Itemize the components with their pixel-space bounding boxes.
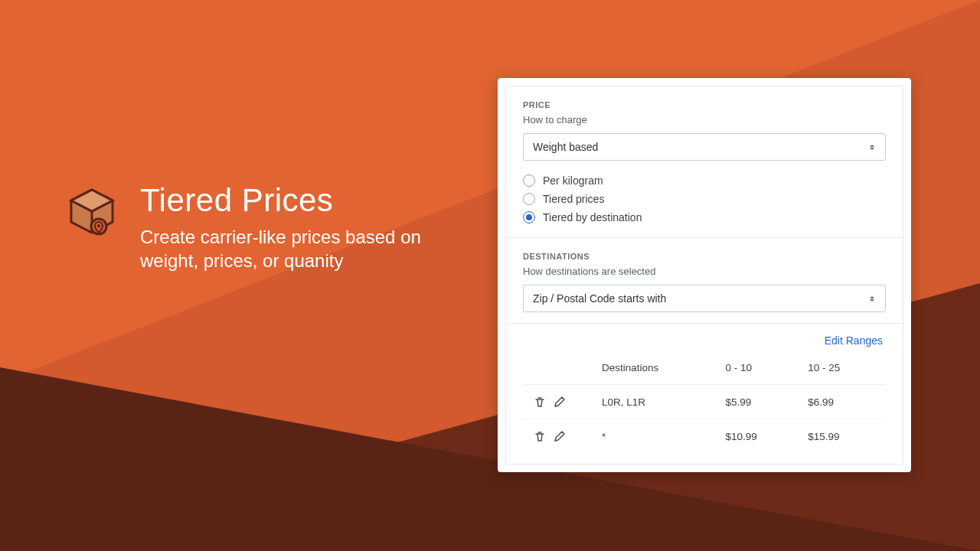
radio-tiered-by-destination[interactable]: Tiered by destination <box>523 208 886 227</box>
header-destinations: Destinations <box>597 351 721 385</box>
cell-range-1: $10.99 <box>721 419 804 454</box>
destinations-section: DESTINATIONS How destinations are select… <box>506 237 903 323</box>
svg-point-4 <box>97 224 100 227</box>
radio-label: Per kilogram <box>543 174 603 187</box>
cell-range-1: $5.99 <box>721 385 804 419</box>
delete-icon[interactable] <box>534 396 546 408</box>
settings-card: PRICE How to charge Weight based Per kil… <box>498 78 911 472</box>
radio-icon <box>523 193 535 205</box>
table-header-row: Destinations 0 - 10 10 - 25 <box>523 351 886 385</box>
charge-method-select[interactable]: Weight based <box>523 133 886 161</box>
radio-tiered-prices[interactable]: Tiered prices <box>523 190 886 208</box>
radio-icon <box>523 174 535 187</box>
chevron-updown-icon <box>870 294 877 303</box>
dest-select-value: Zip / Postal Code starts with <box>533 292 666 305</box>
header-range-2: 10 - 25 <box>803 351 886 385</box>
price-section: PRICE How to charge Weight based Per kil… <box>506 86 903 237</box>
hero-subtitle: Create carrier-like prices based on weig… <box>140 225 462 272</box>
radio-label: Tiered by destination <box>543 211 642 223</box>
hero: Tiered Prices Create carrier-like prices… <box>65 182 462 272</box>
header-range-1: 0 - 10 <box>721 351 804 385</box>
cell-range-2: $6.99 <box>803 385 886 419</box>
box-pin-icon <box>65 185 119 239</box>
ranges-section: Edit Ranges Destinations 0 - 10 10 - 25 <box>506 323 903 464</box>
charge-select-value: Weight based <box>533 141 598 153</box>
table-row: L0R, L1R $5.99 $6.99 <box>523 385 886 419</box>
destination-method-select[interactable]: Zip / Postal Code starts with <box>523 285 886 312</box>
radio-per-kilogram[interactable]: Per kilogram <box>523 171 886 190</box>
edit-icon[interactable] <box>554 430 566 442</box>
dest-sublabel: How destinations are selected <box>523 266 886 277</box>
chevron-updown-icon <box>870 142 877 152</box>
radio-label: Tiered prices <box>543 193 604 205</box>
delete-icon[interactable] <box>534 430 546 442</box>
hero-title: Tiered Prices <box>140 182 462 219</box>
cell-destinations: * <box>597 419 721 454</box>
dest-section-label: DESTINATIONS <box>523 252 886 261</box>
radio-icon <box>523 211 535 223</box>
price-section-label: PRICE <box>523 100 886 109</box>
table-row: * $10.99 $15.99 <box>523 419 886 454</box>
destinations-table: Destinations 0 - 10 10 - 25 <box>523 351 886 453</box>
cell-destinations: L0R, L1R <box>597 385 721 419</box>
edit-ranges-link[interactable]: Edit Ranges <box>523 334 886 347</box>
cell-range-2: $15.99 <box>803 419 886 454</box>
price-sublabel: How to charge <box>523 114 886 126</box>
edit-icon[interactable] <box>554 396 566 408</box>
